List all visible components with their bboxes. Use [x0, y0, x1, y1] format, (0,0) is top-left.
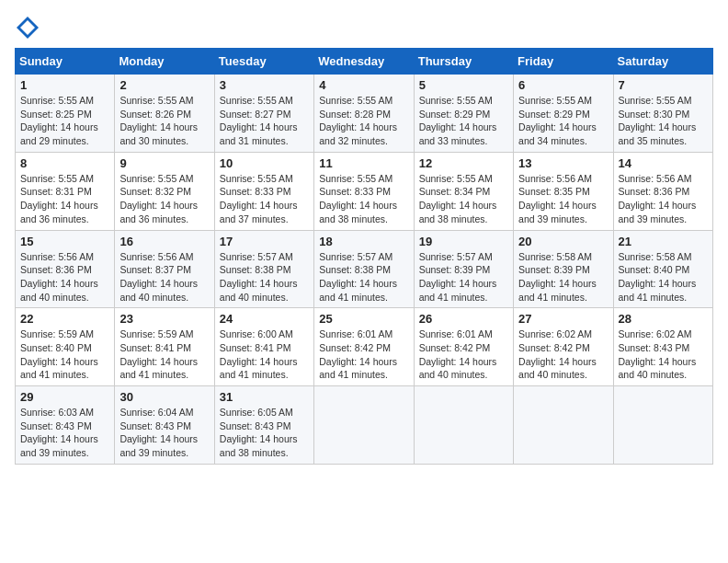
day-detail: Sunrise: 5:59 AMSunset: 8:41 PMDaylight:…: [119, 327, 209, 382]
day-number: 21: [619, 235, 708, 248]
day-detail: Sunrise: 5:56 AMSunset: 8:36 PMDaylight:…: [20, 250, 109, 304]
day-detail: Sunrise: 5:55 AMSunset: 8:26 PMDaylight:…: [119, 94, 209, 148]
day-number: 17: [220, 235, 309, 248]
calendar-cell: 27Sunrise: 6:02 AMSunset: 8:42 PMDayligh…: [514, 308, 613, 386]
day-number: 28: [619, 312, 708, 326]
calendar-cell: 31Sunrise: 6:05 AMSunset: 8:43 PMDayligh…: [214, 386, 313, 465]
day-number: 2: [119, 78, 209, 92]
calendar-cell: 22Sunrise: 5:59 AMSunset: 8:40 PMDayligh…: [16, 308, 115, 386]
day-detail: Sunrise: 5:55 AMSunset: 8:29 PMDaylight:…: [518, 94, 608, 148]
day-number: 22: [20, 312, 109, 326]
page-header: [15, 15, 713, 40]
day-detail: Sunrise: 6:00 AMSunset: 8:41 PMDaylight:…: [220, 327, 309, 382]
day-number: 7: [619, 78, 708, 92]
calendar-cell: 4Sunrise: 5:55 AMSunset: 8:28 PMDaylight…: [314, 75, 414, 153]
calendar-cell: [414, 386, 513, 465]
calendar-cell: [613, 386, 712, 465]
day-detail: Sunrise: 5:57 AMSunset: 8:38 PMDaylight:…: [319, 250, 408, 304]
calendar-table: SundayMondayTuesdayWednesdayThursdayFrid…: [15, 48, 713, 465]
calendar-cell: 25Sunrise: 6:01 AMSunset: 8:42 PMDayligh…: [314, 308, 414, 386]
day-detail: Sunrise: 5:59 AMSunset: 8:40 PMDaylight:…: [20, 327, 109, 382]
day-detail: Sunrise: 5:55 AMSunset: 8:25 PMDaylight:…: [20, 94, 109, 148]
calendar-cell: 20Sunrise: 5:58 AMSunset: 8:39 PMDayligh…: [514, 230, 613, 308]
day-number: 25: [319, 312, 408, 326]
weekday-header-row: SundayMondayTuesdayWednesdayThursdayFrid…: [16, 49, 713, 75]
day-detail: Sunrise: 5:55 AMSunset: 8:28 PMDaylight:…: [319, 94, 408, 148]
day-number: 5: [419, 78, 508, 92]
calendar-cell: 30Sunrise: 6:04 AMSunset: 8:43 PMDayligh…: [115, 386, 214, 465]
calendar-week-row: 1Sunrise: 5:55 AMSunset: 8:25 PMDaylight…: [16, 75, 713, 153]
day-number: 11: [319, 156, 408, 170]
calendar-cell: [514, 386, 613, 465]
day-detail: Sunrise: 5:55 AMSunset: 8:31 PMDaylight:…: [20, 172, 109, 226]
calendar-cell: 6Sunrise: 5:55 AMSunset: 8:29 PMDaylight…: [514, 75, 613, 153]
day-detail: Sunrise: 5:57 AMSunset: 8:39 PMDaylight:…: [419, 250, 508, 304]
calendar-cell: 3Sunrise: 5:55 AMSunset: 8:27 PMDaylight…: [214, 75, 313, 153]
calendar-cell: 15Sunrise: 5:56 AMSunset: 8:36 PMDayligh…: [16, 230, 115, 308]
calendar-cell: 1Sunrise: 5:55 AMSunset: 8:25 PMDaylight…: [16, 75, 115, 153]
day-detail: Sunrise: 5:55 AMSunset: 8:30 PMDaylight:…: [619, 94, 708, 148]
day-number: 12: [419, 156, 508, 170]
calendar-cell: 26Sunrise: 6:01 AMSunset: 8:42 PMDayligh…: [414, 308, 513, 386]
calendar-cell: 24Sunrise: 6:00 AMSunset: 8:41 PMDayligh…: [214, 308, 313, 386]
day-detail: Sunrise: 5:55 AMSunset: 8:33 PMDaylight:…: [220, 172, 309, 226]
day-number: 9: [119, 156, 209, 170]
calendar-week-row: 29Sunrise: 6:03 AMSunset: 8:43 PMDayligh…: [16, 386, 713, 465]
day-detail: Sunrise: 6:02 AMSunset: 8:43 PMDaylight:…: [619, 327, 708, 382]
day-number: 14: [619, 156, 708, 170]
day-number: 27: [518, 312, 608, 326]
day-detail: Sunrise: 5:58 AMSunset: 8:40 PMDaylight:…: [619, 250, 708, 304]
day-detail: Sunrise: 5:56 AMSunset: 8:35 PMDaylight:…: [518, 172, 608, 226]
weekday-header-sunday: Sunday: [16, 49, 115, 75]
calendar-cell: 19Sunrise: 5:57 AMSunset: 8:39 PMDayligh…: [414, 230, 513, 308]
day-number: 29: [20, 390, 109, 404]
calendar-cell: 12Sunrise: 5:55 AMSunset: 8:34 PMDayligh…: [414, 152, 513, 230]
day-detail: Sunrise: 6:02 AMSunset: 8:42 PMDaylight:…: [518, 327, 608, 382]
day-number: 31: [220, 390, 309, 404]
calendar-cell: 5Sunrise: 5:55 AMSunset: 8:29 PMDaylight…: [414, 75, 513, 153]
day-number: 6: [518, 78, 608, 92]
logo: [15, 15, 44, 40]
day-detail: Sunrise: 5:55 AMSunset: 8:27 PMDaylight:…: [220, 94, 309, 148]
calendar-cell: 16Sunrise: 5:56 AMSunset: 8:37 PMDayligh…: [115, 230, 214, 308]
day-number: 4: [319, 78, 408, 92]
day-number: 1: [20, 78, 109, 92]
day-detail: Sunrise: 5:56 AMSunset: 8:37 PMDaylight:…: [119, 250, 209, 304]
day-number: 15: [20, 235, 109, 248]
calendar-week-row: 22Sunrise: 5:59 AMSunset: 8:40 PMDayligh…: [16, 308, 713, 386]
calendar-cell: 21Sunrise: 5:58 AMSunset: 8:40 PMDayligh…: [613, 230, 712, 308]
calendar-cell: 28Sunrise: 6:02 AMSunset: 8:43 PMDayligh…: [613, 308, 712, 386]
weekday-header-monday: Monday: [115, 49, 214, 75]
calendar-cell: 23Sunrise: 5:59 AMSunset: 8:41 PMDayligh…: [115, 308, 214, 386]
day-number: 3: [220, 78, 309, 92]
day-detail: Sunrise: 5:55 AMSunset: 8:32 PMDaylight:…: [119, 172, 209, 226]
day-number: 20: [518, 235, 608, 248]
day-detail: Sunrise: 5:57 AMSunset: 8:38 PMDaylight:…: [220, 250, 309, 304]
day-number: 10: [220, 156, 309, 170]
calendar-cell: 17Sunrise: 5:57 AMSunset: 8:38 PMDayligh…: [214, 230, 313, 308]
calendar-cell: [314, 386, 414, 465]
day-number: 8: [20, 156, 109, 170]
day-detail: Sunrise: 6:05 AMSunset: 8:43 PMDaylight:…: [220, 406, 309, 460]
logo-icon: [15, 15, 40, 40]
calendar-cell: 11Sunrise: 5:55 AMSunset: 8:33 PMDayligh…: [314, 152, 414, 230]
calendar-cell: 18Sunrise: 5:57 AMSunset: 8:38 PMDayligh…: [314, 230, 414, 308]
weekday-header-friday: Friday: [514, 49, 613, 75]
day-detail: Sunrise: 5:56 AMSunset: 8:36 PMDaylight:…: [619, 172, 708, 226]
day-detail: Sunrise: 6:01 AMSunset: 8:42 PMDaylight:…: [419, 327, 508, 382]
weekday-header-tuesday: Tuesday: [214, 49, 313, 75]
calendar-week-row: 15Sunrise: 5:56 AMSunset: 8:36 PMDayligh…: [16, 230, 713, 308]
day-detail: Sunrise: 5:55 AMSunset: 8:33 PMDaylight:…: [319, 172, 408, 226]
day-number: 18: [319, 235, 408, 248]
weekday-header-saturday: Saturday: [613, 49, 712, 75]
calendar-cell: 7Sunrise: 5:55 AMSunset: 8:30 PMDaylight…: [613, 75, 712, 153]
day-number: 24: [220, 312, 309, 326]
calendar-cell: 10Sunrise: 5:55 AMSunset: 8:33 PMDayligh…: [214, 152, 313, 230]
day-detail: Sunrise: 6:03 AMSunset: 8:43 PMDaylight:…: [20, 406, 109, 460]
day-number: 16: [119, 235, 209, 248]
calendar-cell: 2Sunrise: 5:55 AMSunset: 8:26 PMDaylight…: [115, 75, 214, 153]
day-detail: Sunrise: 6:04 AMSunset: 8:43 PMDaylight:…: [119, 406, 209, 460]
day-detail: Sunrise: 5:55 AMSunset: 8:29 PMDaylight:…: [419, 94, 508, 148]
day-number: 30: [119, 390, 209, 404]
calendar-cell: 9Sunrise: 5:55 AMSunset: 8:32 PMDaylight…: [115, 152, 214, 230]
